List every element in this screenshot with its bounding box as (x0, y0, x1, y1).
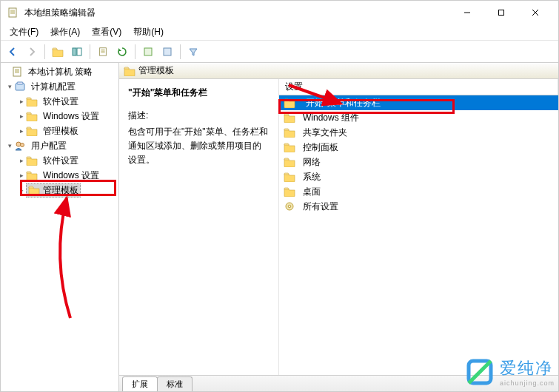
chevron-down-icon[interactable]: ▾ (5, 142, 14, 149)
minimize-button[interactable] (450, 1, 484, 24)
user-icon (14, 140, 26, 152)
folder-icon (28, 184, 40, 196)
list-item-label: 网络 (303, 156, 321, 169)
watermark-logo-icon (464, 356, 495, 388)
policy-icon (11, 66, 23, 78)
tree-label: 计算机配置 (31, 81, 76, 93)
chevron-right-icon[interactable]: ▸ (17, 186, 26, 194)
menu-file[interactable]: 文件(F) (4, 24, 44, 40)
list-header[interactable]: 设置 (279, 79, 558, 95)
list-item[interactable]: 系统 (279, 169, 558, 184)
folder-icon (284, 141, 295, 153)
export-button[interactable] (139, 43, 157, 61)
svg-rect-11 (499, 10, 504, 16)
chevron-right-icon[interactable]: ▸ (17, 98, 26, 105)
folder-icon (284, 112, 295, 124)
tree-label: 本地计算机 策略 (28, 66, 93, 78)
folder-icon (26, 110, 38, 122)
tree-label: 用户配置 (31, 140, 67, 152)
detail-title: "开始"菜单和任务栏 (128, 87, 270, 99)
list-item-label: 系统 (303, 171, 321, 183)
watermark-sub: aichunjing.com (500, 379, 555, 387)
watermark: 爱纯净 aichunjing.com (464, 356, 555, 388)
chevron-right-icon[interactable]: ▸ (17, 112, 26, 120)
detail-subheading: 描述: (128, 109, 270, 122)
tree-windows-settings-1[interactable]: ▸ Windows 设置 (1, 109, 118, 124)
back-button[interactable] (4, 43, 21, 61)
watermark-text: 爱纯净 (500, 357, 555, 379)
svg-rect-14 (73, 48, 76, 55)
tree-label: 管理模板 (43, 125, 78, 138)
tree-label: Windows 设置 (43, 169, 99, 182)
tree-pane[interactable]: 本地计算机 策略 ▾ 计算机配置 ▸ 软件设置 ▸ Windows 设置 ▸ 管… (1, 63, 119, 391)
detail-pane: "开始"菜单和任务栏 描述: 包含可用于在"开始"菜单、任务栏和通知区域添加、删… (119, 79, 278, 375)
folder-icon (284, 186, 295, 197)
folder-icon (284, 171, 295, 183)
list-item-label: 所有设置 (303, 200, 338, 213)
list-item-label: 桌面 (303, 186, 321, 198)
toolbar (1, 41, 558, 63)
chevron-right-icon[interactable]: ▸ (17, 172, 26, 179)
refresh-button[interactable] (113, 43, 131, 61)
folder-icon (26, 95, 38, 107)
chevron-right-icon[interactable]: ▸ (17, 127, 26, 135)
tree-windows-settings-2[interactable]: ▸ Windows 设置 (1, 168, 118, 183)
menu-view[interactable]: 查看(V) (86, 24, 127, 40)
folder-icon (124, 65, 135, 77)
breadcrumb-label: 管理模板 (138, 64, 174, 77)
gear-icon (284, 200, 295, 212)
filter-button[interactable] (184, 43, 202, 61)
list-item[interactable]: 控制面板 (279, 140, 558, 155)
menu-help[interactable]: 帮助(H) (127, 24, 170, 40)
computer-icon (14, 81, 26, 92)
tab-extended[interactable]: 扩展 (122, 376, 158, 391)
list-item-label: 共享文件夹 (303, 126, 347, 139)
tree-label: 软件设置 (43, 155, 78, 167)
forward-button[interactable] (23, 43, 41, 61)
list-item-label: "开始"菜单和任务栏 (303, 97, 381, 109)
list-item[interactable]: "开始"菜单和任务栏 (279, 95, 558, 110)
show-hide-tree-button[interactable] (68, 43, 86, 61)
folder-icon (284, 156, 295, 168)
close-button[interactable] (518, 1, 552, 24)
tree-user-config[interactable]: ▾ 用户配置 (1, 138, 118, 153)
column-header-setting[interactable]: 设置 (279, 79, 558, 95)
list-pane: 设置 "开始"菜单和任务栏Windows 组件共享文件夹控制面板网络系统桌面所有… (278, 79, 558, 375)
tree-root[interactable]: 本地计算机 策略 (1, 64, 118, 79)
tree-software-settings-1[interactable]: ▸ 软件设置 (1, 94, 118, 109)
list-item[interactable]: 网络 (279, 155, 558, 169)
folder-icon (284, 97, 295, 109)
tab-standard[interactable]: 标准 (157, 376, 193, 391)
list-item[interactable]: 桌面 (279, 184, 558, 199)
list-item[interactable]: 所有设置 (279, 199, 558, 214)
tree-label: 软件设置 (43, 95, 78, 108)
menu-action[interactable]: 操作(A) (44, 24, 86, 40)
window-title: 本地组策略编辑器 (24, 7, 450, 19)
titlebar: 本地组策略编辑器 (1, 1, 558, 24)
svg-rect-16 (144, 48, 152, 55)
svg-rect-15 (77, 48, 81, 55)
list-item-label: Windows 组件 (303, 112, 359, 124)
tree-admin-templates-1[interactable]: ▸ 管理模板 (1, 124, 118, 138)
tree-label: 管理模板 (43, 184, 78, 197)
folder-icon (26, 155, 38, 166)
tree-computer-config[interactable]: ▾ 计算机配置 (1, 79, 118, 94)
folder-icon (26, 125, 38, 137)
breadcrumb: 管理模板 (119, 63, 558, 79)
folder-icon (284, 126, 295, 138)
properties-button[interactable] (94, 43, 112, 61)
tree-admin-templates-2[interactable]: ▸ 管理模板 (1, 183, 118, 197)
chevron-down-icon[interactable]: ▾ (5, 83, 14, 90)
folder-icon (26, 169, 38, 181)
list-item-label: 控制面板 (303, 141, 338, 154)
tree-label: Windows 设置 (43, 110, 99, 123)
detail-description: 包含可用于在"开始"菜单、任务栏和通知区域添加、删除或禁用项目的设置。 (128, 125, 270, 168)
up-button[interactable] (49, 43, 67, 61)
chevron-right-icon[interactable]: ▸ (17, 157, 26, 164)
list-item[interactable]: 共享文件夹 (279, 125, 558, 140)
maximize-button[interactable] (484, 1, 518, 24)
tree-software-settings-2[interactable]: ▸ 软件设置 (1, 153, 118, 168)
app-icon (7, 7, 19, 18)
list-item[interactable]: Windows 组件 (279, 110, 558, 125)
help-button[interactable] (158, 43, 176, 61)
